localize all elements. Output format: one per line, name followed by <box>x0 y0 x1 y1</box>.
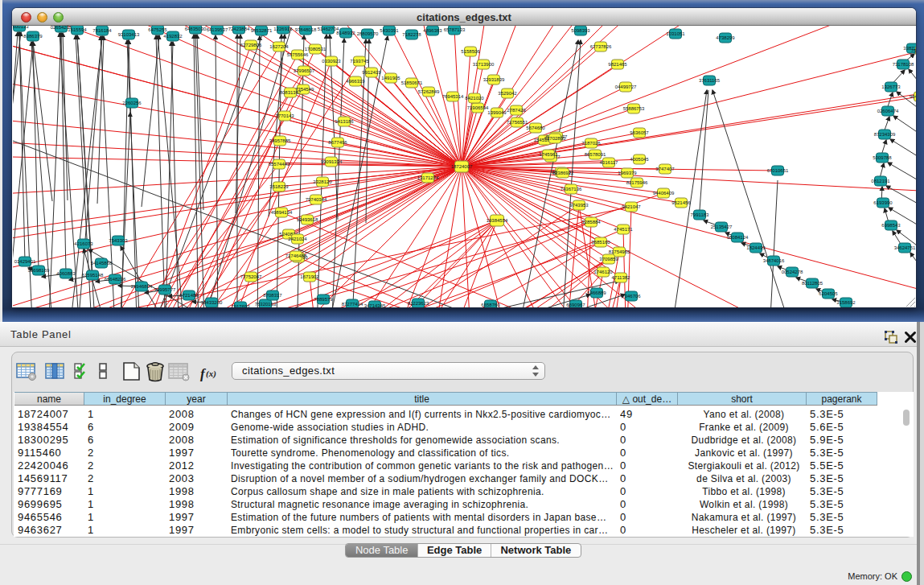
svg-text:80112805: 80112805 <box>802 281 823 286</box>
svg-text:2787429: 2787429 <box>507 108 526 113</box>
svg-text:1615594: 1615594 <box>68 27 87 32</box>
svg-text:9521456: 9521456 <box>671 200 691 205</box>
svg-text:2421024: 2421024 <box>288 237 307 241</box>
svg-text:36995777: 36995777 <box>154 287 176 292</box>
svg-text:53755646: 53755646 <box>287 52 309 57</box>
svg-text:4216073: 4216073 <box>74 241 93 246</box>
svg-text:37996507: 37996507 <box>294 68 315 73</box>
svg-text:34957885: 34957885 <box>269 138 291 143</box>
svg-text:6690967: 6690967 <box>566 303 585 307</box>
svg-text:13171274: 13171274 <box>417 175 439 180</box>
svg-text:7543303: 7543303 <box>109 238 128 243</box>
svg-text:75869261: 75869261 <box>911 48 916 53</box>
svg-text:2328120: 2328120 <box>313 179 332 184</box>
svg-text:3158692: 3158692 <box>836 300 856 305</box>
svg-text:6475255: 6475255 <box>148 27 167 32</box>
svg-text:25135427: 25135427 <box>711 225 733 229</box>
svg-text:7991183: 7991183 <box>691 212 710 217</box>
svg-text:5430391: 5430391 <box>380 28 399 33</box>
svg-text:9821465: 9821465 <box>608 62 627 67</box>
svg-text:7770143: 7770143 <box>275 113 294 118</box>
svg-text:1226916: 1226916 <box>273 27 293 31</box>
svg-text:5158506: 5158506 <box>461 49 480 54</box>
svg-text:4896383: 4896383 <box>423 28 442 33</box>
svg-text:31713900: 31713900 <box>473 62 495 67</box>
svg-text:97848018: 97848018 <box>295 27 317 32</box>
svg-text:1745961: 1745961 <box>539 152 558 157</box>
svg-text:8708317: 8708317 <box>263 293 282 298</box>
svg-text:85574443: 85574443 <box>269 162 290 167</box>
svg-text:13433200: 13433200 <box>201 300 223 305</box>
svg-text:34714345: 34714345 <box>364 303 386 307</box>
svg-text:86578091: 86578091 <box>585 152 606 157</box>
svg-text:93103413: 93103413 <box>118 32 140 37</box>
svg-text:19384554: 19384554 <box>487 218 508 223</box>
svg-text:02606474: 02606474 <box>877 109 899 113</box>
svg-text:64835030: 64835030 <box>185 27 207 31</box>
svg-text:7889579: 7889579 <box>314 297 333 302</box>
svg-text:55886753: 55886753 <box>623 106 645 111</box>
svg-text:32931839: 32931839 <box>483 77 505 82</box>
svg-text:7816184: 7816184 <box>92 28 112 33</box>
svg-text:1399049: 1399049 <box>487 110 507 115</box>
svg-text:37631165: 37631165 <box>699 78 721 83</box>
svg-text:13493618: 13493618 <box>297 217 318 222</box>
svg-text:82175946: 82175946 <box>626 180 648 185</box>
svg-text:7182278: 7182278 <box>402 32 421 37</box>
svg-text:6998543: 6998543 <box>881 223 901 228</box>
svg-text:96405377: 96405377 <box>910 94 916 99</box>
svg-text:54145868: 54145868 <box>91 261 113 266</box>
svg-text:94406409: 94406409 <box>653 191 675 196</box>
svg-text:1746120: 1746120 <box>593 270 613 274</box>
svg-text:9413186: 9413186 <box>335 119 354 124</box>
svg-text:65787133: 65787133 <box>444 27 466 32</box>
svg-text:4192832: 4192832 <box>163 34 183 39</box>
svg-text:1491905: 1491905 <box>381 76 400 80</box>
svg-text:4005045: 4005045 <box>630 157 649 162</box>
svg-text:8421020: 8421020 <box>465 96 484 101</box>
svg-text:67010651: 67010651 <box>767 168 789 173</box>
svg-text:87234309: 87234309 <box>874 132 896 137</box>
svg-text:62729806: 62729806 <box>240 43 262 47</box>
svg-text:81223623: 81223623 <box>408 301 429 306</box>
svg-text:4316117: 4316117 <box>600 160 619 165</box>
svg-text:7346706: 7346706 <box>622 294 641 299</box>
svg-text:3709859: 3709859 <box>599 257 618 262</box>
svg-text:67737826: 67737826 <box>590 44 612 49</box>
svg-text:3747407: 3747407 <box>655 167 675 171</box>
svg-text:17080531: 17080531 <box>305 47 326 51</box>
svg-text:71746488: 71746488 <box>285 253 307 258</box>
svg-text:80831367: 80831367 <box>280 90 302 95</box>
svg-text:4738299: 4738299 <box>716 35 735 40</box>
svg-text:3529042: 3529042 <box>498 91 517 96</box>
svg-text:61595148: 61595148 <box>82 273 104 278</box>
svg-text:34624751: 34624751 <box>894 245 916 250</box>
svg-text:2260256: 2260256 <box>122 101 142 105</box>
svg-text:76945314: 76945314 <box>442 94 464 99</box>
svg-text:9912419: 9912419 <box>362 70 381 75</box>
svg-text:62702895: 62702895 <box>544 136 566 141</box>
svg-text:4745171: 4745171 <box>614 227 633 232</box>
svg-text:3685160: 3685160 <box>591 240 610 245</box>
svg-text:57262849: 57262849 <box>418 89 440 94</box>
svg-text:73178108: 73178108 <box>893 62 914 67</box>
svg-text:7193745: 7193745 <box>350 59 369 64</box>
svg-text:7917693: 7917693 <box>231 304 250 307</box>
svg-text:96532871: 96532871 <box>251 28 273 33</box>
svg-text:76320163: 76320163 <box>255 302 277 307</box>
svg-text:99091334: 99091334 <box>321 159 343 164</box>
svg-text:1031051: 1031051 <box>666 31 685 36</box>
svg-text:87277434: 87277434 <box>342 302 363 307</box>
svg-text:79740344: 79740344 <box>306 197 327 202</box>
svg-text:4966319: 4966319 <box>346 79 365 84</box>
svg-text:01429401: 01429401 <box>14 259 36 264</box>
svg-text:9600133: 9600133 <box>13 26 29 29</box>
svg-text:49894134: 49894134 <box>271 210 293 215</box>
svg-text:0812191: 0812191 <box>871 179 890 183</box>
svg-text:5466889: 5466889 <box>587 290 606 295</box>
svg-text:9421047: 9421047 <box>622 204 641 209</box>
svg-text:29946804: 29946804 <box>131 284 153 289</box>
svg-text:9636057: 9636057 <box>630 130 649 135</box>
svg-text:28809570: 28809570 <box>357 31 379 36</box>
svg-text:81754965: 81754965 <box>609 249 630 254</box>
